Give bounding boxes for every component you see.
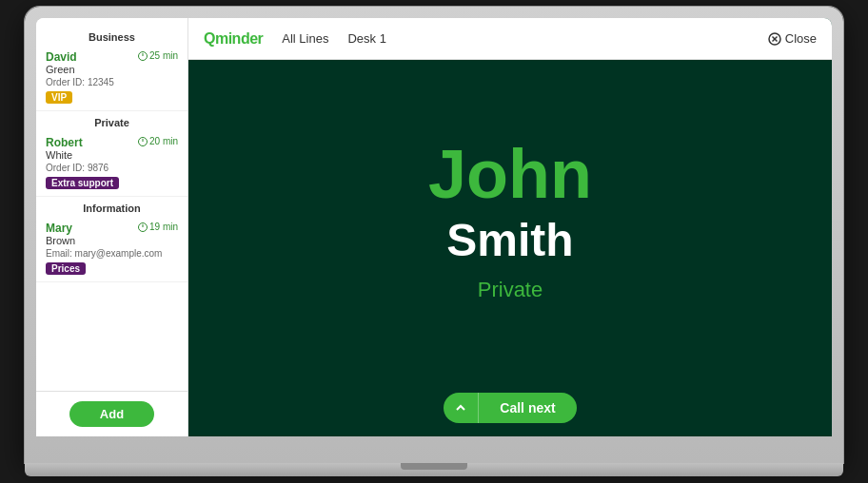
visitor-lastname-mary: Brown — [46, 235, 178, 246]
visitor-card-david[interactable]: David 25 min Green Order ID: 12345 VIP — [36, 47, 187, 111]
display-area: John Smith Private — [188, 60, 832, 379]
visitor-time-david: 25 min — [138, 50, 178, 61]
visitor-detail-robert: Order ID: 9876 — [46, 163, 178, 173]
visitor-name-robert: Robert — [46, 136, 83, 149]
display-first-name: John — [428, 137, 592, 212]
visitor-detail-mary: Email: mary@example.com — [46, 248, 178, 259]
laptop-base — [25, 463, 843, 476]
top-bar: Qminder All Lines Desk 1 Close — [188, 18, 832, 60]
display-line: Private — [478, 278, 542, 302]
sidebar: Business David 25 min Green Order ID: 12… — [36, 18, 188, 436]
visitor-lastname-david: Green — [46, 64, 178, 75]
nav-all-lines[interactable]: All Lines — [282, 31, 328, 46]
visitor-time-mary: 19 min — [138, 222, 178, 232]
section-information: Information — [36, 197, 187, 218]
visitor-time-robert: 20 min — [138, 136, 178, 146]
visitor-lastname-robert: White — [46, 149, 178, 161]
clock-icon-david — [138, 51, 148, 61]
badge-extra: Extra support — [46, 177, 119, 189]
clock-icon-mary — [138, 222, 148, 232]
close-icon — [768, 32, 781, 46]
section-business: Business — [36, 26, 187, 47]
sidebar-content: Business David 25 min Green Order ID: 12… — [36, 18, 187, 391]
add-button[interactable]: Add — [69, 401, 154, 427]
call-next-button[interactable]: Call next — [479, 393, 576, 423]
bottom-bar: Call next — [188, 379, 832, 436]
screen-bezel: Business David 25 min Green Order ID: 12… — [36, 18, 832, 436]
main-area: Qminder All Lines Desk 1 Close — [188, 18, 832, 436]
visitor-detail-david: Order ID: 12345 — [46, 77, 178, 87]
visitor-card-robert[interactable]: Robert 20 min White Order ID: 9876 Extra… — [36, 132, 187, 197]
laptop-notch — [401, 463, 467, 470]
visitor-name-david: David — [46, 50, 77, 64]
visitor-name-mary: Mary — [46, 222, 72, 235]
visitor-card-mary[interactable]: Mary 19 min Brown Email: mary@example.co… — [36, 218, 187, 282]
badge-vip: VIP — [46, 91, 72, 104]
clock-icon-robert — [138, 137, 148, 146]
section-private: Private — [36, 111, 187, 132]
logo: Qminder — [204, 30, 263, 48]
close-label: Close — [785, 31, 817, 46]
nav-desk[interactable]: Desk 1 — [347, 31, 385, 46]
badge-prices: Prices — [46, 262, 86, 275]
chevron-up-icon — [455, 402, 466, 414]
close-button[interactable]: Close — [768, 31, 817, 46]
laptop-shell: Business David 25 min Green Order ID: 12… — [25, 7, 843, 463]
app-container: Business David 25 min Green Order ID: 12… — [36, 18, 832, 436]
call-next-group: Call next — [444, 393, 576, 423]
display-last-name: Smith — [446, 216, 573, 266]
call-next-arrow-button[interactable] — [444, 393, 479, 423]
sidebar-footer: Add — [36, 391, 187, 436]
